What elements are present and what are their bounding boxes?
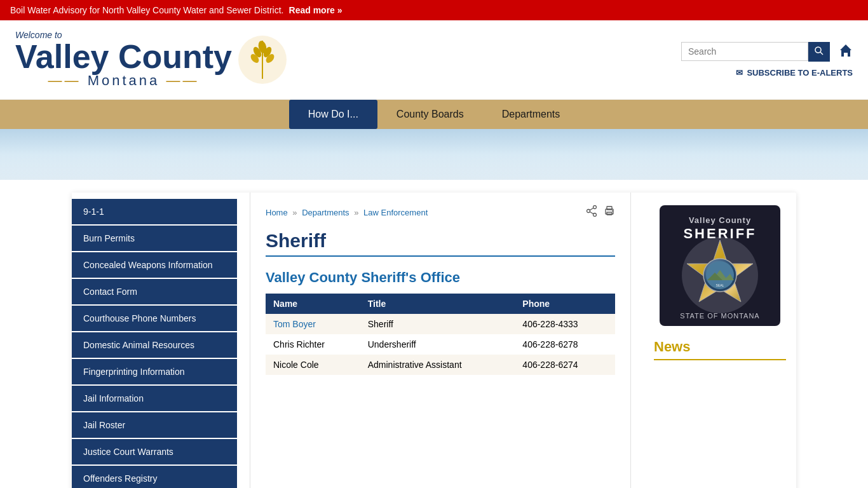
breadcrumb-actions (586, 205, 615, 220)
nav-county-boards[interactable]: County Boards (377, 100, 483, 129)
print-icon[interactable] (604, 205, 615, 220)
svg-line-16 (590, 208, 593, 210)
section-title: Valley County Sheriff's Office (266, 269, 615, 286)
table-row: Chris Richter Undersheriff 406-228-6278 (266, 334, 615, 355)
table-header-row: Name Title Phone (266, 294, 615, 314)
share-icon[interactable] (586, 205, 597, 220)
subscribe-link[interactable]: SUBSCRIBE TO E-ALERTS (736, 68, 853, 78)
breadcrumb-sep-1: » (292, 208, 297, 217)
svg-text:SEAL: SEAL (716, 283, 724, 287)
home-button[interactable] (839, 43, 853, 60)
table-row: Tom Boyer Sheriff 406-228-4333 (266, 314, 615, 334)
svg-point-21 (612, 210, 613, 212)
home-icon (839, 43, 853, 57)
sidebar-item-fingerprinting[interactable]: Fingerprinting Information (72, 359, 237, 384)
staff-title-2: Undersheriff (360, 334, 515, 355)
table-row: Nicole Cole Administrative Assistant 406… (266, 355, 615, 375)
staff-name-3: Nicole Cole (266, 355, 360, 375)
breadcrumb-departments[interactable]: Departments (302, 208, 349, 217)
alert-link[interactable]: Read more » (289, 5, 342, 15)
col-name: Name (266, 294, 360, 314)
main-nav: How Do I... County Boards Departments (0, 100, 868, 129)
logo-wheat-icon (237, 34, 288, 85)
nav-departments[interactable]: Departments (483, 100, 580, 129)
header-right: SUBSCRIBE TO E-ALERTS (681, 42, 853, 78)
search-button[interactable] (808, 42, 830, 62)
breadcrumb-home[interactable]: Home (266, 208, 288, 217)
sidebar-item-burn-permits[interactable]: Burn Permits (72, 226, 237, 251)
staff-phone-3: 406-228-6274 (515, 355, 615, 375)
main-container: 9-1-1 Burn Permits Concealed Weapons Inf… (72, 193, 796, 488)
sidebar-item-justice-warrants[interactable]: Justice Court Warrants (72, 439, 237, 464)
sheriff-badge-area: Valley County SHERIFF (654, 205, 786, 326)
search-bar (681, 42, 830, 62)
sidebar-item-domestic-animal[interactable]: Domestic Animal Resources (72, 332, 237, 358)
svg-text:Valley County: Valley County (689, 215, 751, 225)
svg-text:STATE OF MONTANA: STATE OF MONTANA (680, 312, 759, 320)
nav-how-do-i[interactable]: How Do I... (289, 100, 377, 129)
main-content: Home » Departments » Law Enforcement (250, 193, 631, 488)
sidebar-item-courthouse-phones[interactable]: Courthouse Phone Numbers (72, 306, 237, 331)
svg-rect-12 (844, 53, 848, 57)
svg-line-17 (590, 212, 593, 214)
logo-montana: —— Montana —— (15, 73, 232, 88)
sidebar-item-offenders[interactable]: Offenders Registry (72, 466, 237, 488)
breadcrumb-sep-2: » (354, 208, 358, 217)
svg-rect-20 (607, 212, 612, 215)
svg-point-7 (815, 47, 821, 53)
logo-area: Welcome to Valley County —— Montana —— (15, 30, 288, 89)
col-phone: Phone (515, 294, 615, 314)
svg-point-15 (587, 209, 590, 212)
hero-banner (0, 129, 868, 180)
logo-main: Valley County (15, 40, 232, 73)
staff-name-2: Chris Richter (266, 334, 360, 355)
right-panel: Valley County SHERIFF (644, 193, 796, 488)
sidebar-item-jail-info[interactable]: Jail Information (72, 386, 237, 411)
breadcrumb-law-enforcement[interactable]: Law Enforcement (363, 208, 428, 217)
sidebar-item-concealed-weapons[interactable]: Concealed Weapons Information (72, 252, 237, 278)
sidebar: 9-1-1 Burn Permits Concealed Weapons Inf… (72, 193, 237, 488)
staff-title-1: Sheriff (360, 314, 515, 334)
sheriff-badge-image: Valley County SHERIFF (660, 205, 780, 326)
breadcrumb: Home » Departments » Law Enforcement (266, 205, 615, 220)
header: Welcome to Valley County —— Montana —— (0, 20, 868, 100)
staff-table: Name Title Phone Tom Boyer Sheriff 406-2… (266, 294, 615, 375)
staff-name-link-1[interactable]: Tom Boyer (273, 319, 316, 329)
svg-line-8 (820, 52, 823, 55)
svg-marker-10 (840, 44, 851, 50)
logo-text: Welcome to Valley County —— Montana —— (15, 30, 232, 89)
sidebar-item-jail-roster[interactable]: Jail Roster (72, 412, 237, 438)
content-wrapper: 9-1-1 Burn Permits Concealed Weapons Inf… (21, 180, 847, 488)
sidebar-item-911[interactable]: 9-1-1 (72, 199, 237, 224)
staff-title-3: Administrative Assistant (360, 355, 515, 375)
alert-bar: Boil Water Advisory for North Valley Cou… (0, 0, 868, 20)
col-title: Title (360, 294, 515, 314)
news-title: News (654, 339, 786, 360)
breadcrumb-path: Home » Departments » Law Enforcement (266, 208, 428, 217)
staff-name-1: Tom Boyer (266, 314, 360, 334)
alert-text: Boil Water Advisory for North Valley Cou… (10, 5, 284, 15)
page-title-divider (266, 255, 615, 257)
staff-phone-2: 406-228-6278 (515, 334, 615, 355)
staff-phone-1: 406-228-4333 (515, 314, 615, 334)
search-input[interactable] (681, 42, 808, 61)
search-icon (815, 46, 824, 55)
page-title: Sheriff (266, 230, 615, 252)
sidebar-item-contact-form[interactable]: Contact Form (72, 279, 237, 304)
